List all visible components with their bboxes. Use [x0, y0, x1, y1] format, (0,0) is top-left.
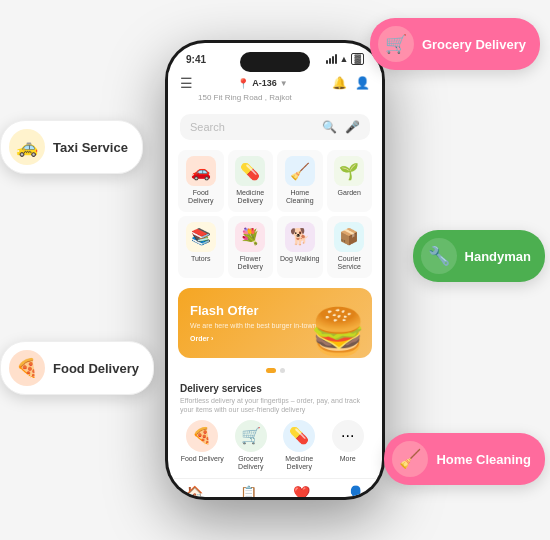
cleaning-icon: 🧹 — [392, 441, 428, 477]
category-icon-food-delivery: 🚗 — [186, 156, 216, 186]
category-medicine-delivery[interactable]: 💊 Medicine Delivery — [228, 150, 274, 212]
delivery-item-grocery[interactable]: 🛒 Grocery Delivery — [229, 420, 274, 472]
delivery-section-subtitle: Effortless delivery at your fingertips –… — [180, 396, 370, 414]
category-label-medicine-delivery: Medicine Delivery — [230, 189, 272, 206]
phone-notch — [240, 52, 310, 72]
phone-frame: 9:41 ▲ ▓ ☰ 📍 A-136 ▼ — [165, 40, 385, 500]
taxi-service-label: 🚕 Taxi Service — [0, 120, 143, 174]
food-delivery-label: 🍕 Food Delivery — [0, 341, 154, 395]
banner-dot-2 — [280, 368, 285, 373]
food-icon: 🍕 — [9, 350, 45, 386]
food-delivery-text: Food Delivery — [53, 361, 139, 376]
category-icon-medicine-delivery: 💊 — [235, 156, 265, 186]
phone-screen: 9:41 ▲ ▓ ☰ 📍 A-136 ▼ — [168, 43, 382, 497]
delivery-icon-grocery: 🛒 — [235, 420, 267, 452]
flash-offer-banner[interactable]: Flash Offer We are here with the best bu… — [178, 288, 372, 358]
category-dog-walking[interactable]: 🐕 Dog Walking — [277, 216, 323, 278]
delivery-icon-more: ··· — [332, 420, 364, 452]
location-dropdown-icon: ▼ — [280, 79, 288, 88]
category-grid: 🚗 Food Delivery 💊 Medicine Delivery 🧹 Ho… — [168, 146, 382, 282]
category-tutors[interactable]: 📚 Tutors — [178, 216, 224, 278]
delivery-label-grocery: Grocery Delivery — [229, 455, 274, 472]
category-icon-courier-service: 📦 — [334, 222, 364, 252]
delivery-services-section: Delivery services Effortless delivery at… — [168, 377, 382, 478]
category-label-home-cleaning: Home Cleaning — [279, 189, 321, 206]
status-icons: ▲ ▓ — [326, 53, 364, 65]
menu-button[interactable]: ☰ — [180, 75, 193, 91]
banner-pagination — [168, 368, 382, 373]
status-time: 9:41 — [186, 54, 206, 65]
category-garden[interactable]: 🌱 Garden — [327, 150, 373, 212]
delivery-item-more[interactable]: ··· More — [326, 420, 371, 472]
category-label-flower-delivery: Flower Delivery — [230, 255, 272, 272]
delivery-label-food: Food Delivery — [181, 455, 224, 463]
category-label-courier-service: Courier Service — [329, 255, 371, 272]
location-pin-icon: 📍 — [237, 78, 249, 89]
category-home-cleaning[interactable]: 🧹 Home Cleaning — [277, 150, 323, 212]
delivery-section-title: Delivery services — [180, 383, 370, 394]
handyman-icon: 🔧 — [421, 238, 457, 274]
nav-favorites[interactable]: ❤️ — [293, 485, 310, 497]
delivery-grid: 🍕 Food Delivery 🛒 Grocery Delivery 💊 Med… — [180, 420, 370, 472]
profile-nav-icon: 👤 — [347, 485, 364, 497]
orders-nav-icon: 📋 — [240, 485, 257, 497]
delivery-label-more: More — [340, 455, 356, 463]
delivery-item-medicine[interactable]: 💊 Medicine Delivery — [277, 420, 322, 472]
handyman-label: 🔧 Handyman — [413, 230, 545, 282]
mic-icon[interactable]: 🎤 — [345, 120, 360, 134]
nav-home[interactable]: 🏠 — [186, 485, 203, 497]
delivery-icon-food: 🍕 — [186, 420, 218, 452]
favorites-nav-icon: ❤️ — [293, 485, 310, 497]
nav-profile[interactable]: 👤 — [347, 485, 364, 497]
category-icon-garden: 🌱 — [334, 156, 364, 186]
category-label-tutors: Tutors — [191, 255, 211, 263]
category-icon-flower-delivery: 💐 — [235, 222, 265, 252]
taxi-icon: 🚕 — [9, 129, 45, 165]
grocery-delivery-text: Grocery Delivery — [422, 37, 526, 52]
app-header: ☰ 📍 A-136 ▼ 🔔 👤 150 Fit Ring Road , Rajk… — [168, 71, 382, 108]
home-cleaning-text: Home Cleaning — [436, 452, 531, 467]
category-food-delivery[interactable]: 🚗 Food Delivery — [178, 150, 224, 212]
notification-icon[interactable]: 🔔 — [332, 76, 347, 90]
header-action-icons: 🔔 👤 — [332, 76, 370, 90]
category-label-food-delivery: Food Delivery — [180, 189, 222, 206]
category-icon-tutors: 📚 — [186, 222, 216, 252]
category-label-garden: Garden — [338, 189, 361, 197]
location-code: A-136 — [252, 78, 277, 88]
grocery-icon: 🛒 — [378, 26, 414, 62]
delivery-label-medicine: Medicine Delivery — [277, 455, 322, 472]
location-address: 150 Fit Ring Road , Rajkot — [198, 93, 370, 102]
delivery-icon-medicine: 💊 — [283, 420, 315, 452]
home-cleaning-label: 🧹 Home Cleaning — [384, 433, 545, 485]
category-flower-delivery[interactable]: 💐 Flower Delivery — [228, 216, 274, 278]
battery-icon: ▓ — [351, 53, 364, 65]
wifi-icon: ▲ — [340, 54, 349, 64]
taxi-service-text: Taxi Service — [53, 140, 128, 155]
grocery-delivery-label: 🛒 Grocery Delivery — [370, 18, 540, 70]
category-courier-service[interactable]: 📦 Courier Service — [327, 216, 373, 278]
location-badge[interactable]: 📍 A-136 ▼ — [237, 78, 287, 89]
banner-burger-image: 🍔 — [310, 305, 366, 358]
profile-icon[interactable]: 👤 — [355, 76, 370, 90]
banner-dot-1 — [266, 368, 276, 373]
category-icon-dog-walking: 🐕 — [285, 222, 315, 252]
category-icon-home-cleaning: 🧹 — [285, 156, 315, 186]
bottom-navigation: 🏠 📋 ❤️ 👤 — [168, 478, 382, 497]
search-icon[interactable]: 🔍 — [322, 120, 337, 134]
nav-orders[interactable]: 📋 — [240, 485, 257, 497]
category-label-dog-walking: Dog Walking — [280, 255, 319, 263]
home-nav-icon: 🏠 — [186, 485, 203, 497]
signal-icon — [326, 54, 337, 64]
handyman-text: Handyman — [465, 249, 531, 264]
delivery-item-food[interactable]: 🍕 Food Delivery — [180, 420, 225, 472]
search-bar[interactable]: Search 🔍 🎤 — [180, 114, 370, 140]
search-label: Search — [190, 121, 316, 133]
